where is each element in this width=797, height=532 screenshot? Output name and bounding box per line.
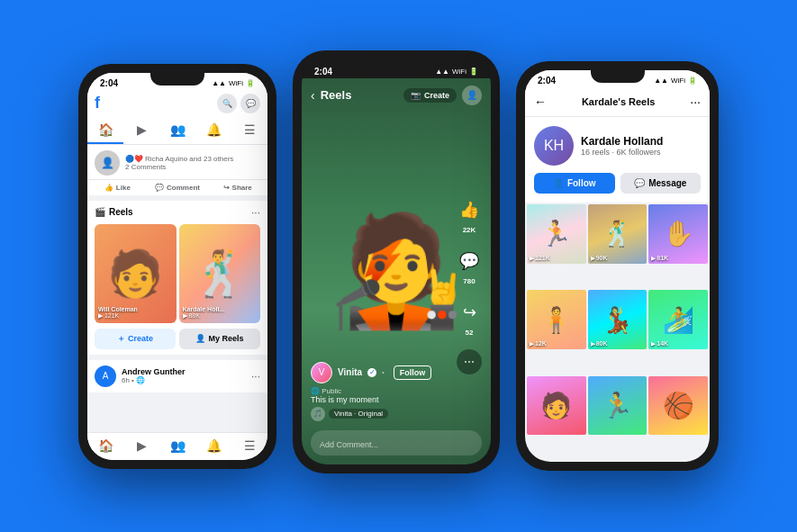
reels-title-bar: ‹ Reels	[311, 88, 351, 103]
like-label: Like	[116, 184, 131, 192]
like-icon: 👍	[104, 184, 113, 192]
plus-icon: ＋	[117, 333, 125, 345]
more-options-icon[interactable]: ···	[690, 95, 701, 109]
person-icon: 👤	[195, 334, 205, 343]
verified-icon: ✓	[367, 368, 376, 377]
bottom-nav-groups[interactable]: 👥	[159, 438, 195, 453]
bottom-nav-watch[interactable]: ▶	[123, 438, 159, 453]
profile-message-button[interactable]: 💬 Message	[620, 173, 702, 194]
share-btn[interactable]: ↪ Share	[207, 184, 267, 192]
nav-watch[interactable]: ▶	[123, 117, 159, 144]
bottom-nav-bell[interactable]: 🔔	[195, 438, 231, 453]
reels-user-row: V Vinita ✓ • Follow	[311, 362, 446, 383]
reels-header-right: 📷 Create 👤	[403, 86, 482, 105]
reels-player[interactable]: ‹ Reels 📷 Create 👤 🧑‍🎤	[302, 78, 491, 464]
grid-views-2: ▶ 90K	[591, 255, 608, 261]
globe-icon: 🌐	[311, 387, 320, 395]
reels-side-actions: 👍 22K 💬 780 ↪ 52 ⋯	[455, 195, 484, 374]
fb-nav: 🏠 ▶ 👥 🔔 ☰	[87, 117, 267, 145]
post-actions: 👍 Like 💬 Comment ↪ Share	[87, 179, 267, 195]
play-icon-1: ▶	[530, 255, 534, 261]
reels-username: Vinita	[338, 367, 362, 377]
phone2: 2:04 ▲▲ WiFi 🔋 ‹ Reels 📷	[293, 50, 500, 473]
fb-header: f 🔍 💬	[87, 90, 267, 117]
post-meta: 🔵❤️ Richa Aquino and 23 others 2 Comment…	[125, 155, 260, 171]
reel-item-2[interactable]: 🕺 Kardale Holl... ▶ 88K	[179, 224, 261, 323]
grid-reel-2[interactable]: 🕺 ▶ 90K	[588, 204, 648, 264]
nav-home[interactable]: 🏠	[87, 117, 123, 144]
reels-more-icon[interactable]: ···	[251, 206, 260, 219]
follow-label: Follow	[567, 178, 596, 188]
share-icon: ↪	[223, 184, 230, 192]
grid-views-4: ▶ 12K	[530, 340, 547, 347]
phones-container: 2:04 ▲▲ WiFi 🔋 f 🔍 💬	[60, 41, 737, 491]
grid-views-3: ▶ 81K	[651, 255, 668, 261]
create-button[interactable]: ＋ Create	[95, 329, 176, 349]
reel-views-2: ▶ 88K	[183, 312, 225, 320]
reel-item-1[interactable]: 🧑 Will Coleman ▶ 121K	[95, 224, 177, 323]
reels-user-avatar: V	[311, 362, 332, 383]
follow-button[interactable]: Follow	[394, 365, 432, 380]
share-action[interactable]: ↪ 52	[455, 298, 484, 337]
nav-groups[interactable]: 👥	[159, 117, 195, 144]
profile-follow-button[interactable]: 👤 Follow	[534, 173, 615, 194]
comment-count: 780	[463, 277, 475, 285]
status-icons-1: ▲▲ WiFi 🔋	[212, 79, 255, 87]
reel-person-2: 🕺	[192, 248, 248, 300]
post-author-line: Richa Aquino and 23 others	[145, 155, 233, 163]
profile-avatar-btn[interactable]: 👤	[462, 86, 482, 105]
post-comments: 2 Comments	[125, 163, 260, 171]
back-arrow-icon[interactable]: ←	[534, 95, 547, 109]
profile-stats: 16 reels · 6K followers	[581, 148, 663, 157]
create-reel-label: Create	[424, 91, 449, 100]
message-label: Message	[648, 178, 686, 188]
grid-reel-3[interactable]: ✋ ▶ 81K	[648, 204, 708, 264]
fb-header-icons: 🔍 💬	[217, 94, 260, 113]
profile-buttons: 👤 Follow 💬 Message	[534, 173, 701, 194]
reels-grid-profile: 🏃 ▶ 121K 🕺 ▶ 90K	[525, 203, 710, 462]
share-count: 52	[466, 329, 474, 337]
grid-bg-8: 🏃	[588, 376, 648, 436]
reels-caption: This is my moment	[311, 395, 446, 404]
grid-reel-6[interactable]: 🏄 ▶ 14K	[648, 290, 708, 349]
grid-reel-7[interactable]: 🧑	[527, 376, 586, 436]
more-action[interactable]: ⋯	[457, 349, 482, 374]
reels-header-title: Reels	[321, 88, 352, 102]
play-icon-5: ▶	[591, 340, 595, 347]
music-label: Vinita · Original	[329, 409, 388, 419]
profile-info-row: KH Kardale Holland 16 reels · 6K followe…	[534, 126, 701, 166]
grid-reel-4[interactable]: 🧍 ▶ 12K	[527, 290, 586, 349]
grid-reel-8[interactable]: 🏃	[588, 376, 648, 436]
comment-action[interactable]: 💬 780	[455, 247, 484, 285]
like-action-icon: 👍	[455, 195, 484, 224]
comment-bar[interactable]: Add Comment...	[311, 430, 482, 455]
post2-more-icon[interactable]: ···	[251, 370, 260, 383]
search-icon[interactable]: 🔍	[217, 94, 237, 113]
fb-logo: f	[95, 94, 100, 113]
post2-meta: Andrew Gunther 6h • 🌐	[122, 367, 246, 384]
bottom-nav: 🏠 ▶ 👥 🔔 ☰	[87, 432, 267, 460]
grid-reel-1[interactable]: 🏃 ▶ 121K	[527, 204, 586, 264]
reel-name-2: Kardale Holl...	[183, 306, 225, 312]
grid-reel-9[interactable]: 🏀	[648, 376, 708, 436]
nav-alerts[interactable]: 🔔	[195, 117, 231, 144]
create-reel-btn[interactable]: 📷 Create	[403, 88, 457, 103]
my-reels-button[interactable]: 👤 My Reels	[179, 329, 260, 349]
comment-btn[interactable]: 💬 Comment	[148, 184, 208, 192]
bottom-nav-menu[interactable]: ☰	[231, 438, 267, 453]
bottom-nav-home[interactable]: 🏠	[87, 438, 123, 453]
like-btn[interactable]: 👍 Like	[87, 184, 148, 192]
post-header: 👤 🔵❤️ Richa Aquino and 23 others 2 Comme…	[87, 145, 267, 179]
status-icons-3: ▲▲ WiFi 🔋	[654, 77, 697, 85]
messenger-icon[interactable]: 💬	[240, 94, 260, 113]
grid-reel-5[interactable]: 💃 ▶ 80K	[588, 290, 648, 349]
share-label: Share	[232, 184, 252, 192]
phone1: 2:04 ▲▲ WiFi 🔋 f 🔍 💬	[78, 64, 276, 469]
reels-grid: 🧑 Will Coleman ▶ 121K 🕺	[95, 224, 260, 323]
like-count: 22K	[463, 226, 476, 234]
message-icon: 💬	[634, 178, 645, 188]
like-action[interactable]: 👍 22K	[455, 195, 484, 234]
back-chevron-icon[interactable]: ‹	[311, 88, 315, 103]
nav-menu[interactable]: ☰	[231, 117, 267, 144]
profile-header: ← Kardale's Reels ···	[525, 87, 710, 117]
